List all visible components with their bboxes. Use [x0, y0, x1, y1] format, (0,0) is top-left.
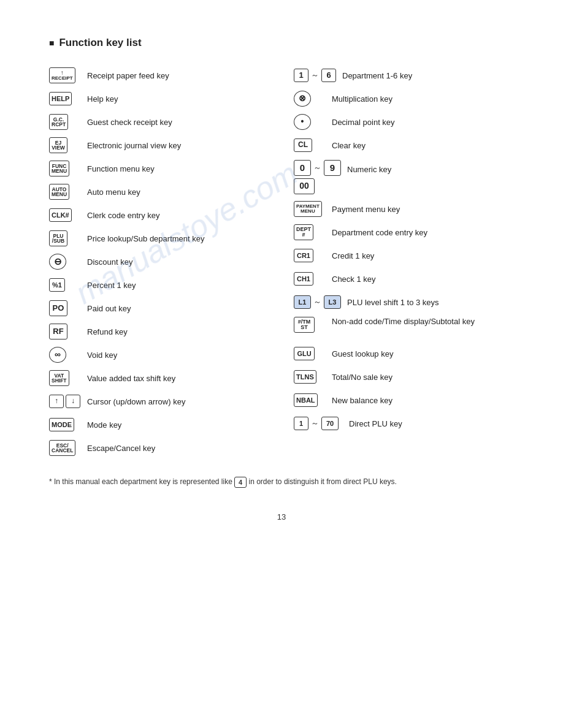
esc-cancel-icon: ESC/ CANCEL [49, 440, 81, 456]
list-item: EJ VIEW Electronic journal view key [49, 134, 269, 157]
list-item: ↑ RECEIPT Receipt paper feed key [49, 64, 269, 87]
multiply-label: Multiplication key [326, 94, 514, 104]
list-item: CLK# Clerk code entry key [49, 203, 269, 227]
mode-icon: MODE [49, 418, 81, 431]
help-icon: HELP [49, 92, 81, 105]
dept-1-6-label: Department 1-6 key [336, 71, 514, 80]
ch1-label: Check 1 key [326, 275, 514, 284]
payment-menu-label: Payment menu key [326, 205, 514, 214]
footnote-key: 4 [234, 477, 247, 488]
void-icon: ∞ [49, 347, 81, 363]
list-item: ESC/ CANCEL Escape/Cancel key [49, 436, 269, 460]
rf-icon: RF [49, 324, 81, 339]
decimal-icon: • [294, 114, 326, 130]
list-item: ↑ ↓ Cursor (up/down arrow) key [49, 390, 269, 413]
receipt-feed-icon: ↑ RECEIPT [49, 67, 81, 83]
list-item: %1 Percent 1 key [49, 273, 269, 297]
list-item: RF Refund key [49, 320, 269, 343]
auto-menu-label: Auto menu key [81, 188, 269, 197]
list-item: G.C. RCPT Guest check receipt key [49, 110, 269, 134]
payment-menu-icon: PAYMENT MENU [294, 201, 326, 217]
discount-label: Discount key [81, 257, 269, 267]
dept-code-icon: DEPT # [294, 224, 326, 240]
tlns-icon: TLNS [294, 370, 326, 384]
plu-sub-icon: PLU /SUB [49, 230, 81, 246]
list-item: MODE Mode key [49, 413, 269, 436]
percent1-icon: %1 [49, 278, 81, 292]
ej-view-icon: EJ VIEW [49, 137, 81, 153]
cr1-icon: CR1 [294, 249, 326, 262]
decimal-label: Decimal point key [326, 118, 514, 127]
list-item: 0 ～ 9 00 Numeric key [294, 157, 514, 197]
footnote-end: in order to distinguish it from direct P… [249, 477, 397, 486]
list-item: L1 ～ L3 PLU level shift 1 to 3 keys [294, 290, 514, 314]
dept-1-6-icon: 1 ～ 6 [294, 69, 336, 82]
auto-menu-icon: AUTO MENU [49, 184, 81, 200]
rf-label: Refund key [81, 327, 269, 336]
cursor-label: Cursor (up/down arrow) key [81, 397, 269, 406]
cr1-label: Credit 1 key [326, 251, 514, 260]
func-menu-icon: FUNC MENU [49, 161, 81, 176]
clk-icon: CLK# [49, 208, 81, 222]
list-item: NBAL New balance key [294, 389, 514, 412]
discount-icon: ⊖ [49, 254, 81, 270]
list-item: CL Clear key [294, 134, 514, 157]
glu-icon: GLU [294, 347, 326, 360]
list-item: ⊗ Multiplication key [294, 87, 514, 110]
list-item: DEPT # Department code entry key [294, 221, 514, 244]
hash-tm-st-label: Non-add code/Time display/Subtotal key [326, 317, 514, 326]
right-column: 1 ～ 6 Department 1-6 key ⊗ Multiplicatio… [294, 64, 514, 460]
clk-label: Clerk code entry key [81, 211, 269, 220]
list-item: AUTO MENU Auto menu key [49, 180, 269, 203]
plu-level-label: PLU level shift 1 to 3 keys [341, 298, 514, 307]
footnote: * In this manual each department key is … [49, 477, 514, 488]
numeric-icon: 0 ～ 9 00 [294, 160, 341, 194]
list-item: ⊖ Discount key [49, 250, 269, 273]
dept-code-label: Department code entry key [326, 228, 514, 237]
list-item: GLU Guest lookup key [294, 342, 514, 365]
receipt-feed-label: Receipt paper feed key [81, 71, 269, 80]
multiply-icon: ⊗ [294, 91, 326, 107]
void-label: Void key [81, 351, 269, 360]
list-item: CH1 Check 1 key [294, 267, 514, 290]
page-title: Function key list [49, 37, 514, 49]
vat-shift-label: Value added tax shift key [81, 374, 269, 383]
left-column: ↑ RECEIPT Receipt paper feed key HELP He… [49, 64, 269, 460]
gc-rcpt-label: Guest check receipt key [81, 118, 269, 127]
plu-level-icon: L1 ～ L3 [294, 295, 341, 309]
direct-plu-label: Direct PLU key [343, 419, 514, 428]
glu-label: Guest lookup key [326, 349, 514, 358]
gc-rcpt-icon: G.C. RCPT [49, 114, 81, 130]
list-item: PLU /SUB Price lookup/Sub department key [49, 227, 269, 250]
tlns-label: Total/No sale key [326, 373, 514, 382]
direct-plu-icon: 1 ～ 70 [294, 417, 343, 430]
list-item: 1 ～ 70 Direct PLU key [294, 412, 514, 435]
plu-sub-label: Price lookup/Sub department key [81, 234, 269, 243]
page-number: 13 [49, 512, 514, 521]
cl-icon: CL [294, 138, 326, 152]
cl-label: Clear key [326, 141, 514, 150]
ej-view-label: Electronic journal view key [81, 141, 269, 150]
percent1-label: Percent 1 key [81, 281, 269, 290]
key-table: ↑ RECEIPT Receipt paper feed key HELP He… [49, 64, 514, 460]
esc-cancel-label: Escape/Cancel key [81, 444, 269, 453]
list-item: PAYMENT MENU Payment menu key [294, 197, 514, 221]
po-icon: PO [49, 300, 81, 316]
vat-shift-icon: VAT SHIFT [49, 370, 81, 386]
list-item: 1 ～ 6 Department 1-6 key [294, 64, 514, 87]
func-menu-label: Function menu key [81, 164, 269, 173]
list-item: #/TM ST Non-add code/Time display/Subtot… [294, 314, 514, 342]
list-item: ∞ Void key [49, 343, 269, 366]
list-item: PO Paid out key [49, 297, 269, 320]
nbal-label: New balance key [326, 396, 514, 405]
help-label: Help key [81, 94, 269, 104]
hash-tm-st-icon: #/TM ST [294, 317, 326, 333]
list-item: HELP Help key [49, 87, 269, 110]
list-item: • Decimal point key [294, 110, 514, 134]
ch1-icon: CH1 [294, 272, 326, 286]
list-item: TLNS Total/No sale key [294, 365, 514, 389]
nbal-icon: NBAL [294, 393, 326, 407]
list-item: CR1 Credit 1 key [294, 244, 514, 267]
mode-label: Mode key [81, 420, 269, 430]
cursor-icon: ↑ ↓ [49, 395, 81, 408]
